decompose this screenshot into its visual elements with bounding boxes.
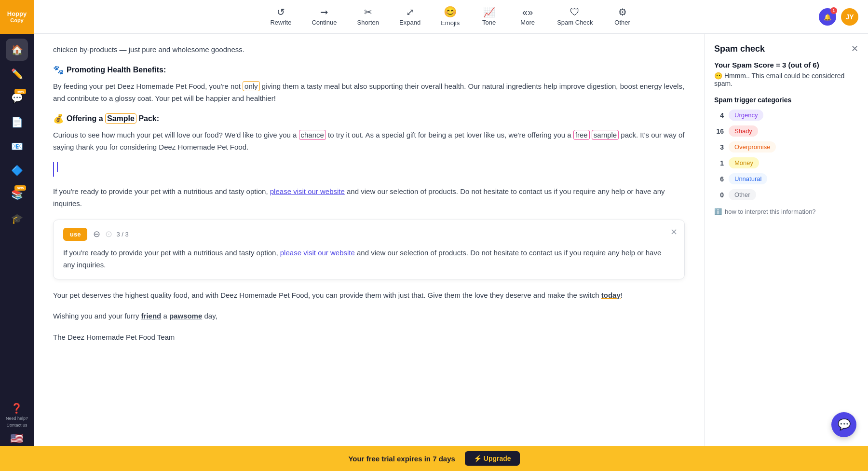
user-avatar[interactable]: JY — [841, 8, 858, 26]
spam-category-row: 0 Other — [714, 189, 858, 200]
upgrade-button[interactable]: ⚡ Upgrade — [465, 451, 520, 466]
section-health: 🐾 Promoting Health Benefits: By feeding … — [53, 65, 685, 105]
section-sample-title: Offering a Sample Pack: — [67, 114, 159, 123]
section-health-text: By feeding your pet Deez Homemade Pet Fo… — [53, 80, 685, 105]
sidebar-item-chat[interactable]: 💬 new — [6, 87, 28, 109]
chat-fab-button[interactable]: 💬 — [831, 412, 856, 437]
spam-category-row: 1 Money — [714, 157, 858, 168]
spam-panel-header: Spam check ✕ — [714, 43, 858, 54]
sidebar-item-contact[interactable]: 📧 — [6, 135, 28, 157]
use-button[interactable]: use — [63, 228, 87, 241]
tone-button[interactable]: 📈 Tone — [472, 3, 506, 30]
close-spam-panel-button[interactable]: ✕ — [851, 43, 858, 54]
rewrite-button[interactable]: ↺ Rewrite — [262, 3, 299, 30]
section-health-title: Promoting Health Benefits: — [67, 66, 166, 74]
spam-category-row: 4 Urgency — [714, 110, 858, 121]
sidebar-item-doc[interactable]: 📄 — [6, 111, 28, 133]
website-link[interactable]: please visit our website — [270, 187, 345, 195]
top-right-controls: 🔔 1 JY — [819, 0, 868, 34]
sidebar-item-group[interactable]: 🔷 — [6, 159, 28, 181]
prev-suggestion-button[interactable]: ⊖ — [92, 228, 101, 240]
health-emoji: 🐾 — [53, 65, 64, 75]
underline-pawsome: pawsome — [169, 312, 202, 320]
spam-tag-unnatural[interactable]: Unnatural — [729, 173, 767, 184]
suggestion-website-link[interactable]: please visit our website — [280, 249, 355, 257]
section-sample-header: 💰 Offering a Sample Pack: — [53, 113, 685, 124]
highlight-sample-word: Sample — [105, 113, 136, 124]
spam-score: Your Spam Score = 3 (out of 6) — [714, 61, 858, 69]
highlight-free: free — [573, 130, 590, 140]
cursor-paragraph[interactable] — [53, 162, 685, 177]
spam-check-icon: 🛡 — [570, 7, 580, 17]
spam-check-button[interactable]: 🛡 Spam Check — [549, 3, 600, 30]
section-closing-pitch: Your pet deserves the highest quality fo… — [53, 289, 685, 302]
edit-icon: ✏️ — [11, 68, 23, 80]
highlight-only: only — [243, 81, 260, 91]
need-help-button[interactable]: ❓ Need help? Contact us — [6, 402, 28, 428]
help-icon: ❓ — [11, 402, 23, 414]
language-flag[interactable]: 🇺🇸 — [10, 432, 23, 445]
nav-controls: ⊖ ⊙ 3 / 3 — [92, 228, 128, 240]
more-button[interactable]: «» More — [511, 3, 544, 30]
section-cta-text: If you're ready to provide your pet with… — [53, 185, 685, 210]
spam-count: 0 — [714, 191, 724, 199]
expand-icon: ⤢ — [406, 7, 414, 17]
shorten-icon: ✂ — [364, 7, 372, 17]
spam-category-row: 16 Shady — [714, 125, 858, 137]
text-cursor — [57, 162, 58, 172]
suggestion-box: use ⊖ ⊙ 3 / 3 ✕ If you're ready to provi… — [53, 220, 685, 279]
spam-tag-urgency[interactable]: Urgency — [729, 110, 763, 121]
closing-line1: Wishing you and your furry friend a paws… — [53, 310, 685, 322]
sidebar-item-graduate[interactable]: 🎓 — [6, 208, 28, 230]
underline-friend: friend — [141, 312, 162, 320]
new-badge: new — [14, 89, 26, 94]
spam-count: 4 — [714, 111, 724, 119]
spam-panel-title: Spam check — [714, 44, 765, 54]
sidebar: Hoppy Copy 🏠 ✏️ 💬 new 📄 📧 🔷 📚 new 🎓 — [0, 0, 34, 471]
notification-badge[interactable]: 🔔 1 — [819, 8, 836, 26]
emojis-icon: 😊 — [444, 7, 457, 17]
spam-count: 1 — [714, 159, 724, 167]
spam-categories: 4 Urgency 16 Shady 3 Overpromise 1 Money… — [714, 110, 858, 200]
emojis-button[interactable]: 😊 Emojis — [433, 3, 467, 30]
more-icon: «» — [522, 7, 533, 17]
intro-paragraph: chicken by-products — just pure and whol… — [53, 43, 685, 56]
spam-category-row: 3 Overpromise — [714, 141, 858, 152]
spam-panel: Spam check ✕ Your Spam Score = 3 (out of… — [704, 34, 868, 471]
sidebar-nav: 🏠 ✏️ 💬 new 📄 📧 🔷 📚 new 🎓 — [6, 39, 28, 402]
spam-count: 3 — [714, 143, 724, 151]
other-icon: ⚙ — [618, 7, 627, 17]
spam-category-row: 6 Unnatural — [714, 173, 858, 184]
group-icon: 🔷 — [11, 165, 23, 176]
spam-tag-money[interactable]: Money — [729, 157, 759, 168]
spam-categories-title: Spam trigger categories — [714, 96, 858, 104]
spam-tag-other[interactable]: Other — [729, 189, 756, 200]
tone-icon: 📈 — [483, 7, 495, 17]
spam-tag-shady[interactable]: Shady — [729, 125, 758, 137]
section-health-header: 🐾 Promoting Health Benefits: — [53, 65, 685, 75]
shorten-button[interactable]: ✂ Shorten — [350, 3, 387, 30]
app-logo[interactable]: Hoppy Copy — [0, 0, 34, 34]
spam-tag-overpromise[interactable]: Overpromise — [729, 141, 776, 152]
chat-fab-icon: 💬 — [838, 418, 851, 431]
spam-info-link[interactable]: ℹ️ how to interpret this information? — [714, 208, 858, 215]
next-suggestion-button[interactable]: ⊙ — [104, 228, 113, 240]
sample-emoji: 💰 — [53, 113, 64, 124]
sidebar-item-home[interactable]: 🏠 — [6, 39, 28, 61]
banner-text: Your free trial expires in 7 days — [348, 455, 455, 463]
rewrite-icon: ↺ — [277, 7, 285, 17]
content-area[interactable]: chicken by-products — just pure and whol… — [34, 34, 704, 471]
contact-icon: 📧 — [11, 140, 23, 152]
continue-button[interactable]: ➞ Continue — [304, 3, 344, 30]
expand-button[interactable]: ⤢ Expand — [392, 3, 428, 30]
other-button[interactable]: ⚙ Other — [606, 3, 639, 30]
email-closing: Wishing you and your furry friend a paws… — [53, 310, 685, 343]
spam-count: 6 — [714, 175, 724, 183]
suggestion-counter: 3 / 3 — [116, 231, 128, 238]
home-icon: 🏠 — [11, 44, 23, 55]
highlight-chance: chance — [299, 130, 326, 140]
sidebar-item-book[interactable]: 📚 new — [6, 183, 28, 206]
suggestion-text: If you're ready to provide your pet with… — [63, 247, 675, 271]
sidebar-item-edit[interactable]: ✏️ — [6, 63, 28, 85]
close-suggestion-button[interactable]: ✕ — [670, 227, 678, 237]
